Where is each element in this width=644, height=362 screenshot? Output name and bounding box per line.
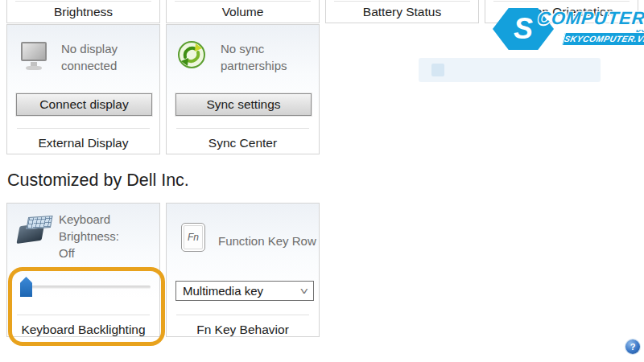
help-button[interactable]: ? [625,339,640,354]
brand-name: COMPUTER [537,8,644,29]
tile-title-volume: Volume [167,0,319,23]
status-line: No sync [221,40,287,57]
fn-key-behavior-label: Fn Key Behavior [167,323,319,337]
status-line: No display [61,40,118,57]
tile-brightness: Brightness [6,0,160,23]
chevron-down-icon: ˅ [300,282,309,301]
fn-behavior-selected-value: Multimedia key [183,284,263,298]
logo-letter: S [514,14,533,43]
status-line: Keyboard [59,211,119,228]
keyboard-backlight-slider-thumb[interactable] [20,277,32,297]
status-line: Brightness: [59,228,119,245]
sync-icon [177,40,206,69]
section-heading-customized-by-dell: Customized by Dell Inc. [7,171,189,191]
sync-settings-button[interactable]: Sync settings [175,93,312,116]
keyboard-backlighting-label: Keyboard Backlighting [7,323,159,337]
divider [17,315,150,315]
fn-behavior-dropdown[interactable]: Multimedia key ˅ [175,281,314,301]
windows-mobility-center: Brightness Volume Battery Status Screen … [0,0,644,362]
fn-key-icon: Fn [181,223,205,252]
ghost-watermark-icon [431,64,444,76]
status-line: Off [59,245,119,261]
external-display-status: No display connected [61,40,118,74]
tile-sync-center: No sync partnerships Sync settings Sync … [166,24,320,154]
status-line: Function Key Row [218,232,316,249]
tile-title-brightness: Brightness [7,0,159,23]
function-key-row-status: Function Key Row [218,232,316,249]
divider [176,128,309,129]
tile-fn-key-behavior: Fn Function Key Row Multimedia key ˅ Fn … [166,203,320,337]
divider [176,315,309,315]
keyboard-brightness-icon [17,213,54,247]
tile-title-battery-status: Battery Status [326,0,478,23]
monitor-icon [19,40,50,71]
external-display-label: External Display [7,136,159,150]
status-line: connected [61,57,118,74]
ghost-watermark [419,58,601,82]
tile-keyboard-backlighting: Keyboard Brightness: Off Keyboard Backli… [6,203,160,337]
divider [17,128,150,129]
tile-battery-status: Battery Status [325,0,479,23]
keyboard-backlight-slider-track[interactable] [23,286,151,289]
sync-status: No sync partnerships [221,40,287,74]
tile-volume: Volume [166,0,320,23]
fn-key-glyph: Fn [188,232,199,243]
tile-external-display: No display connected Connect display Ext… [6,24,160,154]
status-line: partnerships [221,57,287,74]
brand-site-banner: SKYCOMPUTER.VN [562,32,644,46]
keyboard-brightness-status: Keyboard Brightness: Off [59,211,119,261]
connect-display-button[interactable]: Connect display [16,93,152,116]
sync-center-label: Sync Center [167,136,319,150]
skycomputer-watermark: S COMPUTER KY SKYCOMPUTER.VN [493,3,644,50]
